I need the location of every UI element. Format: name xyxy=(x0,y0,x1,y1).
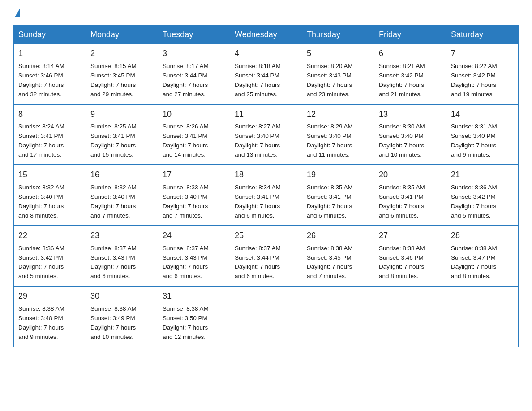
sunrise-value: Sunrise: 8:32 AM xyxy=(90,184,137,191)
daylight-line2: and 6 minutes. xyxy=(90,273,130,279)
day-number: 30 xyxy=(90,290,153,303)
day-number: 6 xyxy=(379,47,442,60)
day-number: 2 xyxy=(90,47,153,60)
daylight-line2: and 6 minutes. xyxy=(235,273,275,279)
daylight-line2: and 23 minutes. xyxy=(307,91,350,98)
sunrise-value: Sunrise: 8:29 AM xyxy=(307,123,353,130)
calendar-cell xyxy=(230,286,302,347)
daylight-line1: Daylight: 7 hours xyxy=(90,81,136,88)
calendar-cell: 21Sunrise: 8:36 AMSunset: 3:42 PMDayligh… xyxy=(446,165,519,226)
sunrise-value: Sunrise: 8:37 AM xyxy=(163,245,209,252)
weekday-header-friday: Friday xyxy=(374,26,446,44)
sunrise-value: Sunrise: 8:38 AM xyxy=(90,305,137,312)
day-number: 23 xyxy=(90,230,153,242)
calendar-cell: 3Sunrise: 8:17 AMSunset: 3:44 PMDaylight… xyxy=(158,44,230,104)
sunrise-value: Sunrise: 8:34 AM xyxy=(235,184,281,191)
daylight-line2: and 6 minutes. xyxy=(235,212,275,219)
daylight-line1: Daylight: 7 hours xyxy=(379,263,424,270)
sunset-value: Sunset: 3:40 PM xyxy=(451,133,496,139)
sunrise-value: Sunrise: 8:33 AM xyxy=(163,184,209,191)
sunset-value: Sunset: 3:43 PM xyxy=(307,72,352,79)
sunset-value: Sunset: 3:43 PM xyxy=(163,254,207,261)
daylight-line2: and 15 minutes. xyxy=(90,151,133,158)
sunrise-value: Sunrise: 8:15 AM xyxy=(90,63,137,69)
calendar-cell: 17Sunrise: 8:33 AMSunset: 3:40 PMDayligh… xyxy=(158,165,230,226)
calendar-cell: 27Sunrise: 8:38 AMSunset: 3:46 PMDayligh… xyxy=(374,226,446,287)
sunset-value: Sunset: 3:42 PM xyxy=(451,193,496,200)
sunset-value: Sunset: 3:42 PM xyxy=(18,254,63,261)
day-number: 29 xyxy=(18,290,81,303)
daylight-line2: and 7 minutes. xyxy=(90,212,130,219)
daylight-line2: and 10 minutes. xyxy=(379,151,422,158)
daylight-line2: and 6 minutes. xyxy=(163,273,202,279)
daylight-line1: Daylight: 7 hours xyxy=(307,263,352,270)
calendar-cell: 25Sunrise: 8:37 AMSunset: 3:44 PMDayligh… xyxy=(230,226,302,287)
sunrise-value: Sunrise: 8:17 AM xyxy=(163,63,209,69)
calendar-cell: 20Sunrise: 8:35 AMSunset: 3:41 PMDayligh… xyxy=(374,165,446,226)
sunset-value: Sunset: 3:50 PM xyxy=(163,315,207,321)
calendar-cell: 15Sunrise: 8:32 AMSunset: 3:40 PMDayligh… xyxy=(14,165,86,226)
sunset-value: Sunset: 3:46 PM xyxy=(379,254,424,261)
daylight-line2: and 7 minutes. xyxy=(163,212,202,219)
calendar-cell: 7Sunrise: 8:22 AMSunset: 3:42 PMDaylight… xyxy=(446,44,519,104)
daylight-line1: Daylight: 7 hours xyxy=(307,203,352,210)
daylight-line1: Daylight: 7 hours xyxy=(307,142,352,149)
calendar-cell: 28Sunrise: 8:38 AMSunset: 3:47 PMDayligh… xyxy=(446,226,519,287)
sunrise-value: Sunrise: 8:31 AM xyxy=(451,123,497,130)
day-number: 9 xyxy=(90,108,153,121)
sunset-value: Sunset: 3:40 PM xyxy=(235,133,279,139)
daylight-line1: Daylight: 7 hours xyxy=(18,324,64,331)
daylight-line1: Daylight: 7 hours xyxy=(379,142,424,149)
daylight-line1: Daylight: 7 hours xyxy=(90,203,136,210)
sunrise-value: Sunrise: 8:38 AM xyxy=(18,305,64,312)
sunset-value: Sunset: 3:41 PM xyxy=(235,193,279,200)
sunset-value: Sunset: 3:41 PM xyxy=(18,133,63,139)
sunrise-value: Sunrise: 8:38 AM xyxy=(451,245,497,252)
daylight-line1: Daylight: 7 hours xyxy=(90,263,136,270)
weekday-header-saturday: Saturday xyxy=(446,26,519,44)
weekday-header-monday: Monday xyxy=(86,26,158,44)
calendar-cell: 9Sunrise: 8:25 AMSunset: 3:41 PMDaylight… xyxy=(86,104,158,165)
sunrise-value: Sunrise: 8:25 AM xyxy=(90,123,137,130)
sunset-value: Sunset: 3:44 PM xyxy=(235,72,279,79)
sunrise-value: Sunrise: 8:37 AM xyxy=(90,245,137,252)
sunrise-value: Sunrise: 8:36 AM xyxy=(18,245,64,252)
sunset-value: Sunset: 3:40 PM xyxy=(163,193,207,200)
calendar-cell: 31Sunrise: 8:38 AMSunset: 3:50 PMDayligh… xyxy=(158,286,230,347)
daylight-line2: and 13 minutes. xyxy=(235,151,278,158)
daylight-line2: and 25 minutes. xyxy=(235,91,278,98)
sunrise-value: Sunrise: 8:37 AM xyxy=(235,245,281,252)
sunset-value: Sunset: 3:42 PM xyxy=(451,72,496,79)
daylight-line2: and 7 minutes. xyxy=(307,273,347,279)
daylight-line1: Daylight: 7 hours xyxy=(18,142,64,149)
sunrise-value: Sunrise: 8:32 AM xyxy=(18,184,64,191)
calendar-cell: 26Sunrise: 8:38 AMSunset: 3:45 PMDayligh… xyxy=(302,226,374,287)
calendar-week-row: 29Sunrise: 8:38 AMSunset: 3:48 PMDayligh… xyxy=(14,286,519,347)
day-number: 22 xyxy=(18,230,81,242)
daylight-line1: Daylight: 7 hours xyxy=(235,142,280,149)
weekday-header-thursday: Thursday xyxy=(302,26,374,44)
sunset-value: Sunset: 3:44 PM xyxy=(235,254,279,261)
sunrise-value: Sunrise: 8:38 AM xyxy=(163,305,209,312)
calendar-cell: 8Sunrise: 8:24 AMSunset: 3:41 PMDaylight… xyxy=(14,104,86,165)
sunrise-value: Sunrise: 8:26 AM xyxy=(163,123,209,130)
calendar-week-row: 15Sunrise: 8:32 AMSunset: 3:40 PMDayligh… xyxy=(14,165,519,226)
calendar-cell xyxy=(446,286,519,347)
daylight-line1: Daylight: 7 hours xyxy=(163,324,208,331)
daylight-line2: and 8 minutes. xyxy=(18,212,58,219)
daylight-line1: Daylight: 7 hours xyxy=(18,263,64,270)
sunrise-value: Sunrise: 8:35 AM xyxy=(307,184,353,191)
calendar-week-row: 22Sunrise: 8:36 AMSunset: 3:42 PMDayligh… xyxy=(14,226,519,287)
day-number: 19 xyxy=(307,169,369,181)
daylight-line1: Daylight: 7 hours xyxy=(451,142,496,149)
day-number: 14 xyxy=(451,108,514,121)
sunrise-value: Sunrise: 8:27 AM xyxy=(235,123,281,130)
weekday-header-sunday: Sunday xyxy=(14,26,86,44)
daylight-line2: and 9 minutes. xyxy=(18,334,58,340)
daylight-line1: Daylight: 7 hours xyxy=(163,142,208,149)
sunrise-value: Sunrise: 8:30 AM xyxy=(379,123,425,130)
day-number: 26 xyxy=(307,230,369,242)
calendar-cell: 4Sunrise: 8:18 AMSunset: 3:44 PMDaylight… xyxy=(230,44,302,104)
daylight-line2: and 19 minutes. xyxy=(451,91,494,98)
daylight-line1: Daylight: 7 hours xyxy=(451,81,496,88)
